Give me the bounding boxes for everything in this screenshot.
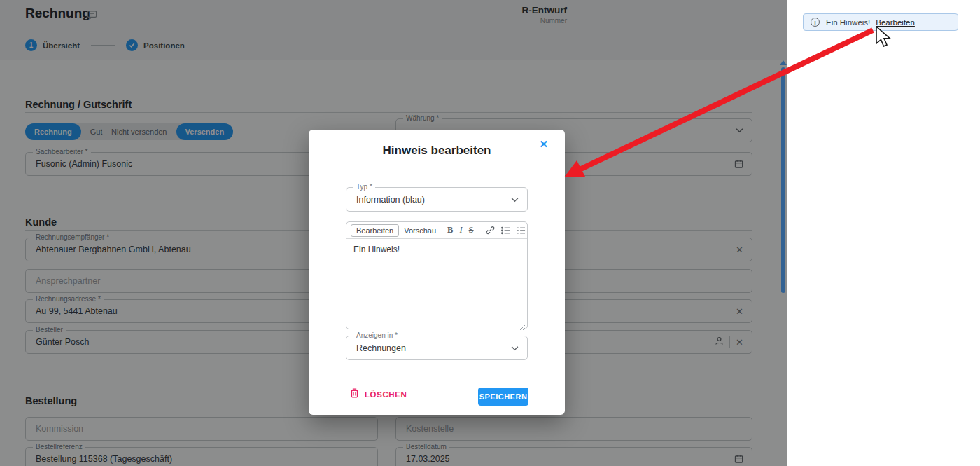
anzeigen-value: Rechnungen xyxy=(356,343,406,353)
vertical-scrollbar-thumb[interactable] xyxy=(781,67,785,293)
editor-toolbar: Bearbeiten Vorschau B I S xyxy=(346,222,527,239)
markdown-editor: Bearbeiten Vorschau B I S xyxy=(346,221,528,329)
save-button[interactable]: SPEICHERN xyxy=(478,388,528,406)
bold-icon[interactable]: B xyxy=(447,225,453,235)
typ-select[interactable]: Typ * Information (blau) xyxy=(346,187,528,212)
delete-button-label: LÖSCHEN xyxy=(365,390,407,399)
italic-icon[interactable]: I xyxy=(459,225,462,235)
edit-hint-dialog: Hinweis bearbeiten ✕ Typ * Information (… xyxy=(309,130,565,415)
numbered-list-icon[interactable] xyxy=(517,226,526,235)
typ-label: Typ * xyxy=(354,183,375,191)
strikethrough-icon[interactable]: S xyxy=(469,225,474,235)
bullet-list-icon[interactable] xyxy=(501,226,510,235)
hint-banner: i Ein Hinweis! Bearbeiten xyxy=(803,13,958,31)
chevron-down-icon[interactable] xyxy=(511,197,519,202)
chevron-down-icon[interactable] xyxy=(511,345,519,350)
close-icon[interactable]: ✕ xyxy=(539,138,548,151)
preview-side-panel: i Ein Hinweis! Bearbeiten xyxy=(787,0,980,466)
invoice-editor-screen: Rechnung R-Entwurf Nummer 1 Übersicht xyxy=(0,0,980,466)
dialog-title: Hinweis bearbeiten xyxy=(309,144,565,158)
tab-bearbeiten[interactable]: Bearbeiten xyxy=(351,224,399,237)
dialog-footer-divider xyxy=(309,381,565,381)
info-icon: i xyxy=(811,18,820,27)
typ-value: Information (blau) xyxy=(356,195,425,205)
anzeigen-label: Anzeigen in * xyxy=(354,331,400,339)
hint-banner-text: Ein Hinweis! xyxy=(826,18,870,27)
resize-handle[interactable] xyxy=(519,321,526,327)
anzeigen-select[interactable]: Anzeigen in * Rechnungen xyxy=(346,336,528,360)
hint-textarea[interactable]: Ein Hinweis! xyxy=(346,239,527,329)
hint-edit-link[interactable]: Bearbeiten xyxy=(876,18,915,27)
dialog-divider xyxy=(309,167,565,167)
trash-icon xyxy=(350,388,359,401)
tab-vorschau[interactable]: Vorschau xyxy=(399,225,441,236)
delete-button[interactable]: LÖSCHEN xyxy=(350,388,407,401)
scroll-up-arrow-icon[interactable] xyxy=(780,60,787,65)
link-icon[interactable] xyxy=(486,226,495,235)
